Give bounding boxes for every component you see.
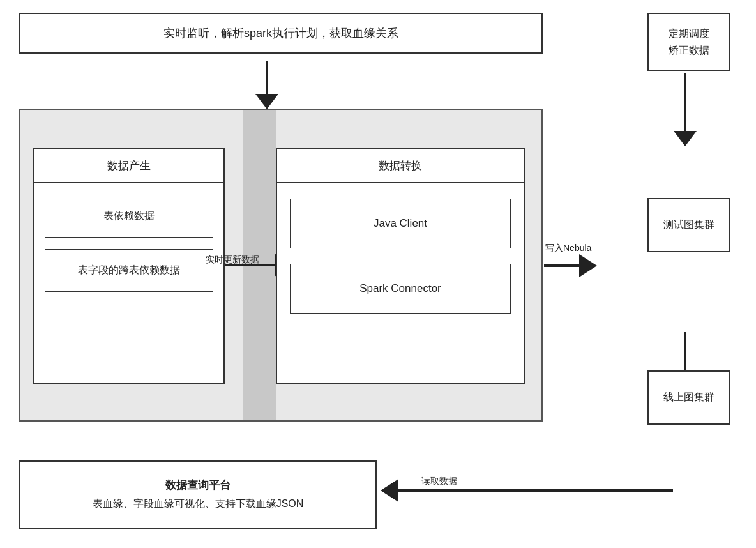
right-top-box: 定期调度矫正数据 <box>647 13 730 71</box>
right-panel-item-1: Java Client <box>290 199 511 248</box>
right-top-box-text: 定期调度矫正数据 <box>669 28 709 56</box>
arrow-head <box>674 131 697 146</box>
arrow-head <box>255 94 278 109</box>
left-panel-title: 数据产生 <box>34 149 223 183</box>
arrow-write-nebula <box>544 254 597 277</box>
right-panel-item-2: Spark Connector <box>290 264 511 314</box>
top-box-text: 实时监听，解析spark执行计划，获取血缘关系 <box>163 27 398 40</box>
test-cluster-box: 测试图集群 <box>647 198 730 252</box>
read-data-label: 读取数据 <box>421 476 457 487</box>
arrow-shaft <box>684 73 686 131</box>
left-panel: 数据产生 表依赖数据 表字段的跨表依赖数据 <box>33 148 225 384</box>
arrow-shaft <box>266 61 268 94</box>
arrow-shaft <box>544 264 579 267</box>
left-panel-item-2: 表字段的跨表依赖数据 <box>45 249 213 292</box>
bottom-box-title: 数据查询平台 <box>33 476 363 496</box>
online-cluster-box: 线上图集群 <box>647 370 730 425</box>
arrow-head <box>579 254 597 277</box>
bottom-box: 数据查询平台 表血缘、字段血缘可视化、支持下载血缘JSON <box>19 460 377 529</box>
left-panel-item-1: 表依赖数据 <box>45 195 213 238</box>
arrow-shaft <box>398 489 673 492</box>
arrow-right-top-down <box>674 73 697 146</box>
right-panel-title: 数据转换 <box>277 149 524 183</box>
main-container: 数据产生 表依赖数据 表字段的跨表依赖数据 实时更新数据 数据转换 Java C… <box>19 109 543 422</box>
mid-label: 实时更新数据 <box>206 254 259 266</box>
top-box: 实时监听，解析spark执行计划，获取血缘关系 <box>19 13 543 54</box>
test-cluster-label: 测试图集群 <box>663 219 714 230</box>
bottom-box-sub: 表血缘、字段血缘可视化、支持下载血缘JSON <box>33 495 363 514</box>
write-nebula-label: 写入Nebula <box>545 243 591 254</box>
diagram-root: 实时监听，解析spark执行计划，获取血缘关系 定期调度矫正数据 数据产生 表依… <box>0 0 756 548</box>
right-panel: 数据转换 Java Client Spark Connector <box>276 148 525 384</box>
online-cluster-label: 线上图集群 <box>663 392 714 402</box>
arrow-head <box>381 479 398 502</box>
arrow-top-down <box>255 61 278 109</box>
